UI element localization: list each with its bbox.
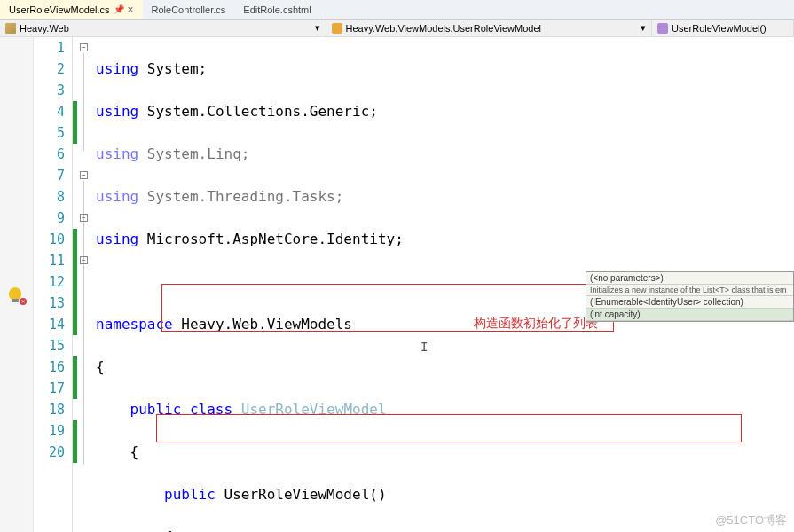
chevron-down-icon: ▾ [641, 22, 646, 34]
annotation-label: 构造函数初始化了列表 [474, 312, 598, 333]
quick-fix-lightbulb-icon[interactable]: ✕ [9, 287, 25, 303]
method-icon [657, 23, 668, 34]
parameter-info-tooltip: (<no parameters>) Initializes a new inst… [586, 271, 794, 322]
nav-project[interactable]: Heavy.Web ▾ [0, 20, 326, 36]
chevron-down-icon: ▾ [315, 22, 320, 34]
tooltip-overload: (int capacity) [586, 309, 793, 321]
tab-bar: UserRoleViewModel.cs 📌 × RoleController.… [0, 0, 794, 20]
class-icon [332, 23, 342, 34]
fold-toggle[interactable]: − [80, 256, 88, 264]
close-icon[interactable]: × [128, 4, 134, 16]
nav-member[interactable]: UserRoleViewModel() [652, 20, 794, 36]
tab-editrole[interactable]: EditRole.cshtml [234, 0, 319, 19]
watermark: @51CTO博客 [715, 512, 787, 528]
tab-label: RoleController.cs [152, 4, 226, 15]
nav-project-label: Heavy.Web [20, 23, 69, 34]
nav-class[interactable]: Heavy.Web.ViewModels.UserRoleViewModel ▾ [326, 20, 653, 36]
tab-label: UserRoleViewModel.cs [9, 4, 110, 15]
glyph-margin: ✕ [0, 37, 34, 532]
tooltip-desc: Initializes a new instance of the List<T… [586, 285, 793, 296]
text-cursor-icon: I [421, 336, 428, 357]
fold-toggle[interactable]: − [80, 171, 88, 179]
nav-member-label: UserRoleViewModel() [672, 23, 766, 34]
line-number-gutter: 1234567891011121314151617181920 [34, 37, 73, 532]
navigation-bar: Heavy.Web ▾ Heavy.Web.ViewModels.UserRol… [0, 20, 794, 37]
fold-gutter: − − − − [78, 37, 92, 532]
fold-toggle[interactable]: − [80, 214, 88, 222]
tab-rolecontroller[interactable]: RoleController.cs [143, 0, 235, 19]
tooltip-overload: (IEnumerable<IdentityUser> collection) [586, 296, 793, 309]
tab-label: EditRole.cshtml [243, 4, 311, 15]
code-editor[interactable]: ✕ 1234567891011121314151617181920 − − − … [0, 37, 794, 532]
pin-icon[interactable]: 📌 [114, 4, 124, 14]
tab-userroleviewmodel[interactable]: UserRoleViewModel.cs 📌 × [0, 0, 143, 19]
project-icon [5, 23, 16, 34]
fold-toggle[interactable]: − [80, 43, 88, 51]
tooltip-signature: (<no parameters>) [586, 272, 793, 285]
nav-class-label: Heavy.Web.ViewModels.UserRoleViewModel [346, 23, 542, 34]
